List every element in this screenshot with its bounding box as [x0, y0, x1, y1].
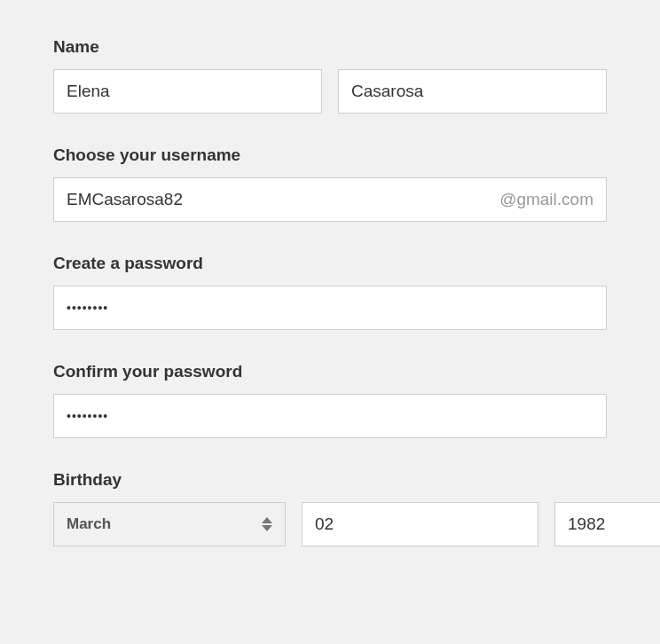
confirm-group: Confirm your password ••••••••	[53, 362, 607, 438]
password-group: Create a password ••••••••	[53, 254, 607, 330]
birthday-day-input[interactable]	[315, 503, 525, 546]
username-input[interactable]	[67, 178, 492, 221]
confirm-label: Confirm your password	[53, 362, 607, 381]
name-group: Name	[53, 37, 607, 114]
birthday-month-text: March	[67, 515, 111, 533]
confirm-value: ••••••••	[67, 409, 108, 423]
username-box: @gmail.com	[53, 177, 607, 222]
updown-icon	[262, 517, 272, 531]
name-label: Name	[53, 37, 607, 57]
birthday-year-input[interactable]	[568, 503, 660, 546]
username-suffix: @gmail.com	[492, 190, 593, 209]
password-label: Create a password	[53, 254, 607, 273]
password-value: ••••••••	[67, 301, 108, 315]
last-name-input[interactable]	[351, 70, 593, 113]
last-name-box	[338, 69, 607, 114]
birthday-month-select[interactable]: March	[53, 502, 286, 546]
username-group: Choose your username @gmail.com	[53, 145, 607, 222]
confirm-box[interactable]: ••••••••	[53, 394, 607, 438]
birthday-row: March	[53, 502, 607, 546]
birthday-label: Birthday	[53, 470, 607, 490]
birthday-day-box	[302, 502, 538, 546]
first-name-input[interactable]	[67, 70, 309, 113]
birthday-year-box	[554, 502, 660, 546]
first-name-box	[53, 69, 322, 114]
birthday-group: Birthday March	[53, 470, 607, 546]
name-row	[53, 69, 607, 114]
username-label: Choose your username	[53, 145, 607, 165]
signup-form: Name Choose your username @gmail.com Cre…	[0, 0, 660, 644]
password-box[interactable]: ••••••••	[53, 286, 607, 330]
